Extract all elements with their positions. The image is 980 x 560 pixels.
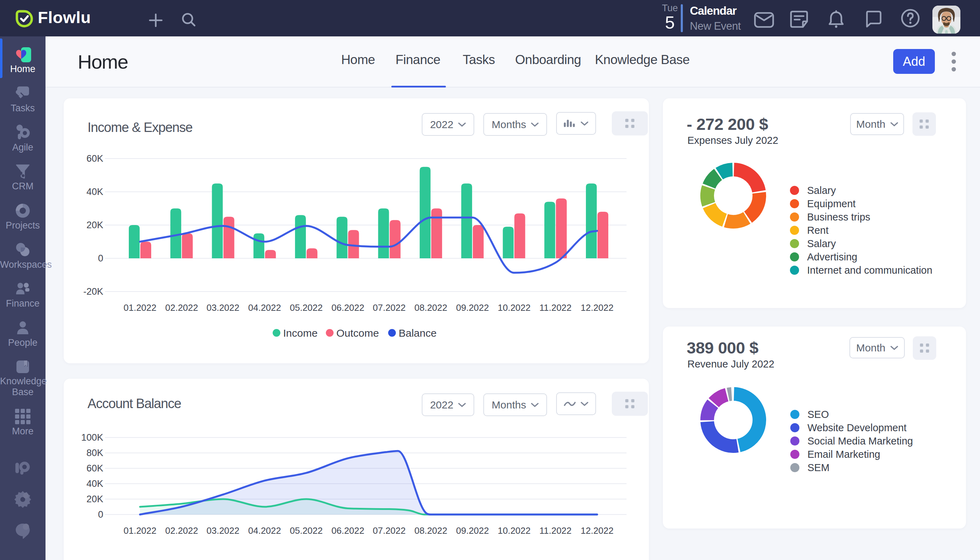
svg-text:Advertising: Advertising (807, 251, 857, 262)
svg-text:Income: Income (283, 327, 317, 339)
svg-text:Business trips: Business trips (807, 212, 870, 223)
svg-text:09.2022: 09.2022 (456, 302, 489, 313)
svg-text:02.2022: 02.2022 (165, 302, 198, 313)
svg-text:08.2022: 08.2022 (414, 302, 447, 313)
svg-text:04.2022: 04.2022 (248, 302, 281, 313)
svg-text:02.2022: 02.2022 (165, 525, 198, 536)
svg-text:01.2022: 01.2022 (123, 302, 157, 313)
svg-text:Social Media Marketing: Social Media Marketing (807, 435, 913, 447)
svg-text:80K: 80K (87, 448, 103, 458)
svg-text:05.2022: 05.2022 (290, 525, 323, 536)
svg-text:Equipment: Equipment (807, 198, 856, 209)
svg-text:11.2022: 11.2022 (539, 302, 572, 313)
svg-text:Balance: Balance (398, 327, 437, 339)
svg-text:SEO: SEO (807, 409, 829, 420)
svg-text:SEM: SEM (807, 462, 830, 473)
svg-text:11.2022: 11.2022 (539, 525, 572, 536)
svg-text:06.2022: 06.2022 (332, 302, 364, 313)
svg-text:100K: 100K (81, 432, 103, 443)
svg-text:10.2022: 10.2022 (498, 302, 531, 313)
svg-text:Rent: Rent (807, 225, 828, 236)
svg-text:Website Development: Website Development (807, 422, 907, 433)
svg-text:-20K: -20K (83, 286, 103, 297)
svg-text:12.2022: 12.2022 (581, 525, 613, 536)
svg-text:Internet and communication: Internet and communication (807, 265, 932, 276)
svg-text:Salary: Salary (807, 238, 836, 249)
svg-text:08.2022: 08.2022 (414, 525, 447, 536)
svg-text:0: 0 (98, 509, 103, 520)
svg-text:03.2022: 03.2022 (207, 302, 239, 313)
svg-text:06.2022: 06.2022 (332, 525, 364, 536)
svg-text:05.2022: 05.2022 (290, 302, 323, 313)
svg-text:07.2022: 07.2022 (373, 302, 406, 313)
svg-text:60K: 60K (87, 463, 103, 473)
svg-text:10.2022: 10.2022 (498, 525, 531, 536)
svg-text:09.2022: 09.2022 (456, 525, 489, 536)
svg-text:60K: 60K (87, 153, 103, 164)
svg-text:40K: 40K (87, 478, 103, 489)
svg-text:40K: 40K (87, 187, 103, 197)
svg-text:03.2022: 03.2022 (207, 525, 239, 536)
svg-text:20K: 20K (87, 494, 103, 504)
svg-text:Outcome: Outcome (337, 327, 379, 339)
svg-text:Salary: Salary (807, 185, 836, 196)
svg-text:07.2022: 07.2022 (373, 525, 406, 536)
svg-text:12.2022: 12.2022 (581, 302, 613, 313)
svg-text:20K: 20K (87, 220, 103, 230)
svg-text:01.2022: 01.2022 (123, 525, 157, 536)
svg-text:04.2022: 04.2022 (248, 525, 281, 536)
svg-text:Email Marketing: Email Marketing (807, 449, 880, 460)
svg-text:0: 0 (98, 253, 103, 263)
